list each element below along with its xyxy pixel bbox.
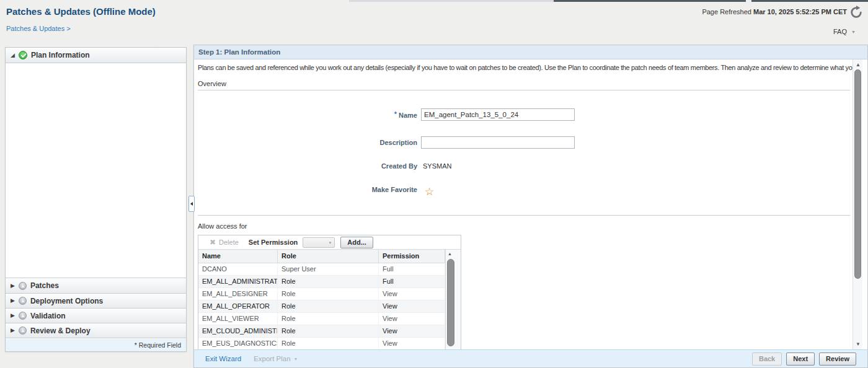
- favorite-star-icon[interactable]: ☆: [425, 186, 434, 197]
- set-permission-label: Set Permission: [249, 239, 298, 246]
- collapse-left-icon: [190, 202, 193, 206]
- table-row[interactable]: DCANOSuper UserFull: [198, 263, 445, 276]
- scrollbar-thumb[interactable]: [447, 259, 454, 346]
- required-asterisk: *: [394, 110, 397, 118]
- table-row[interactable]: EM_ALL_DESIGNERRoleView: [198, 288, 445, 300]
- table-row[interactable]: EM_EUS_DIAGNOSTICSRoleView: [198, 338, 445, 349]
- access-table: ✖ Delete Set Permission ▼ Add... Name Ro…: [198, 235, 461, 349]
- wizard-content-panel: Step 1: Plan Information Plans can be sa…: [193, 45, 868, 368]
- description-field[interactable]: [421, 136, 575, 149]
- wizard-steps-panel: ◢ Plan Information ▶ Patches ▶ Deploymen…: [5, 47, 187, 352]
- chevron-down-icon: ▼: [851, 30, 856, 34]
- created-by-label: Created By: [194, 162, 417, 170]
- name-label: *Name: [194, 110, 417, 119]
- divider: [198, 90, 850, 90]
- allow-access-section-label: Allow access for: [198, 222, 247, 230]
- window-top-edge: [554, 0, 746, 2]
- step-plan-information-body: [6, 63, 186, 278]
- page-title: Patches & Updates (Offline Mode): [6, 6, 156, 17]
- name-row: *Name: [194, 108, 575, 121]
- exit-wizard-link[interactable]: Exit Wizard: [205, 355, 241, 362]
- step-pending-icon: [19, 326, 27, 335]
- overview-section-label: Overview: [198, 80, 226, 87]
- step-description: Plans can be saved and referenced while …: [198, 64, 852, 71]
- description-label: Description: [194, 139, 417, 146]
- delete-button[interactable]: Delete: [219, 239, 239, 246]
- scrollbar-thumb[interactable]: [854, 69, 861, 279]
- column-header-permission[interactable]: Permission: [379, 250, 445, 263]
- back-button: Back: [752, 353, 782, 366]
- faq-menu[interactable]: FAQ ▼: [833, 28, 856, 35]
- table-row[interactable]: EM_ALL_OPERATORRoleView: [198, 300, 445, 313]
- disclosure-expanded-icon: ◢: [11, 53, 15, 58]
- scroll-up-icon[interactable]: ▲: [448, 252, 452, 256]
- step-deployment-options[interactable]: ▶ Deployment Options: [6, 293, 186, 309]
- step-pending-icon: [19, 297, 27, 305]
- disclosure-collapsed-icon: ▶: [11, 298, 15, 304]
- step-label: Deployment Options: [30, 297, 103, 305]
- breadcrumb[interactable]: Patches & Updates >: [6, 25, 71, 32]
- step-validation[interactable]: ▶ Validation: [6, 308, 186, 323]
- window-top-edge: [751, 0, 868, 2]
- step-complete-icon: [19, 51, 27, 59]
- table-row[interactable]: EM_ALL_ADMINISTRATORRoleFull: [198, 276, 445, 288]
- review-button[interactable]: Review: [819, 353, 856, 366]
- table-row[interactable]: EM_CLOUD_ADMINISTR...RoleView: [198, 325, 445, 338]
- divider: [198, 215, 850, 216]
- step-label: Validation: [30, 312, 66, 320]
- wizard-footer: Exit Wizard Export Plan▼ Back Next Revie…: [194, 349, 867, 367]
- next-button[interactable]: Next: [786, 353, 815, 366]
- step-patches[interactable]: ▶ Patches: [6, 278, 186, 294]
- step-content: Plans can be saved and referenced while …: [194, 59, 867, 349]
- table-scrollbar[interactable]: ▲: [445, 250, 461, 349]
- scroll-up-icon[interactable]: ▲: [856, 62, 861, 68]
- page-refreshed-time: Mar 10, 2025 5:52:25 PM CET: [753, 8, 847, 15]
- description-row: Description: [194, 136, 575, 149]
- refresh-icon[interactable]: [849, 6, 863, 19]
- scroll-down-icon[interactable]: ▼: [856, 341, 861, 347]
- disclosure-collapsed-icon: ▶: [11, 283, 15, 289]
- page-refreshed-text: Page Refreshed Mar 10, 2025 5:52:25 PM C…: [702, 8, 847, 15]
- step-label: Plan Information: [31, 51, 90, 59]
- column-header-name[interactable]: Name: [198, 250, 278, 263]
- name-field[interactable]: [421, 108, 575, 121]
- content-scrollbar[interactable]: ▲ ▼: [852, 59, 862, 349]
- access-table-toolbar: ✖ Delete Set Permission ▼ Add...: [198, 235, 461, 250]
- disclosure-collapsed-icon: ▶: [11, 313, 15, 318]
- disclosure-collapsed-icon: ▶: [11, 328, 15, 333]
- created-by-value: SYSMAN: [423, 162, 451, 170]
- make-favorite-label: Make Favorite: [194, 186, 417, 193]
- step-label: Patches: [30, 281, 59, 290]
- created-by-row: Created By SYSMAN: [194, 162, 451, 170]
- step-header-title: Step 1: Plan Information: [194, 45, 867, 59]
- step-pending-icon: [19, 312, 27, 320]
- panel-collapse-handle[interactable]: [188, 196, 195, 212]
- faq-label: FAQ: [833, 28, 847, 35]
- add-button[interactable]: Add...: [340, 237, 373, 248]
- make-favorite-row: Make Favorite ☆: [194, 184, 434, 195]
- step-label: Review & Deploy: [30, 326, 91, 335]
- step-pending-icon: [19, 282, 27, 290]
- window-top-edge: [349, 0, 554, 2]
- export-plan-menu: Export Plan▼: [254, 355, 298, 362]
- step-plan-information[interactable]: ◢ Plan Information: [6, 48, 186, 63]
- page-refreshed-prefix: Page Refreshed: [702, 8, 751, 15]
- step-review-deploy[interactable]: ▶ Review & Deploy: [6, 323, 186, 338]
- set-permission-select[interactable]: ▼: [303, 237, 335, 248]
- table-row[interactable]: EM_ALL_VIEWERRoleView: [198, 313, 445, 325]
- column-header-role[interactable]: Role: [278, 250, 379, 263]
- chevron-down-icon: ▼: [294, 357, 298, 361]
- access-table-header: Name Role Permission: [198, 250, 445, 263]
- delete-icon: ✖: [210, 238, 216, 247]
- required-field-note: * Required Field: [6, 339, 186, 351]
- chevron-down-icon: ▼: [328, 241, 332, 245]
